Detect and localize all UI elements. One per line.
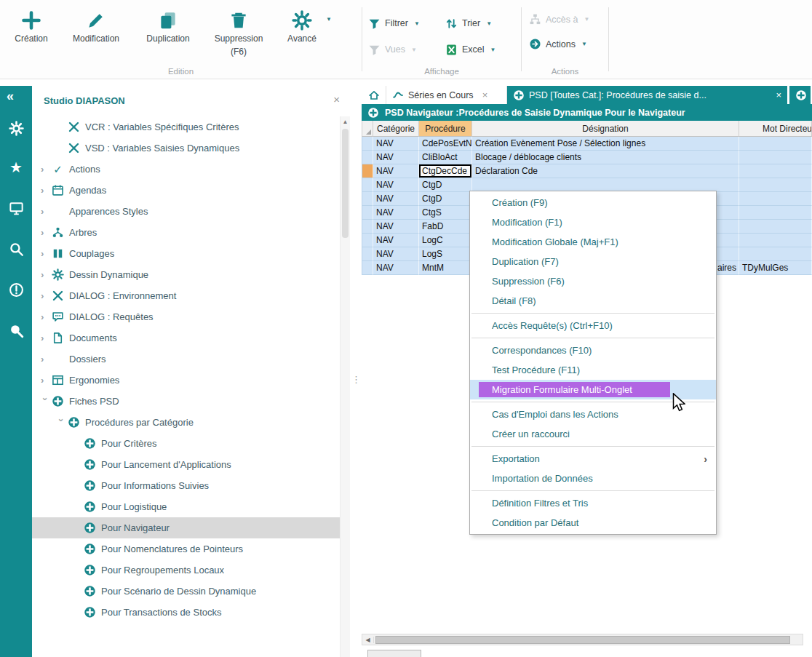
cell-mot-directeur[interactable] [739, 234, 812, 247]
column-header-procedure[interactable]: Procédure [419, 121, 472, 137]
horizontal-scrollbar[interactable]: ◀ [362, 634, 803, 645]
cell-categorie[interactable]: NAV [373, 261, 419, 275]
filtrer-button[interactable]: Filtrer ▼ [368, 17, 445, 30]
cell-mot-directeur[interactable] [739, 247, 812, 261]
menu-item-modification[interactable]: Modification (F1) [470, 212, 716, 232]
chevron-right-icon[interactable]: › [41, 248, 52, 259]
chevron-right-icon[interactable]: › [41, 333, 52, 343]
cell-procedure[interactable]: CtgS [419, 206, 472, 220]
search-icon[interactable] [0, 242, 32, 260]
row-indicator[interactable] [362, 137, 373, 151]
tree-item-arbres[interactable]: ›Arbres [32, 222, 340, 243]
tab-partial[interactable] [789, 86, 811, 104]
row-indicator[interactable] [362, 178, 373, 192]
table-row-current[interactable]: NAVCtgDecCdeDéclaration Cde [362, 164, 812, 178]
cell-categorie[interactable]: NAV [373, 192, 419, 206]
cell-categorie[interactable]: NAV [373, 234, 419, 247]
scrollbar-thumb[interactable] [375, 636, 790, 644]
tree-item-couplages[interactable]: ›Couplages [32, 243, 340, 264]
cell-designation[interactable]: Déclaration Cde [472, 164, 739, 178]
chevron-right-icon[interactable]: › [41, 164, 52, 175]
tree-item-dossiers[interactable]: ›Dossiers [32, 349, 340, 370]
row-indicator[interactable] [362, 261, 373, 275]
menu-item-importation-de-donnees[interactable]: Importation de Données [470, 469, 716, 488]
creation-button[interactable]: Création [4, 7, 58, 57]
tab-series-en-cours[interactable]: Séries en Cours × [386, 86, 507, 104]
tree-item-vcr[interactable]: ›VCR : Variables Spécifiques Critères [32, 116, 340, 138]
cell-categorie[interactable]: NAV [373, 164, 419, 178]
column-header-categorie[interactable]: Catégorie [373, 121, 419, 137]
row-indicator[interactable] [362, 206, 373, 220]
tree-item-dialog-requetes[interactable]: ›DIALOG : Requêtes [32, 306, 340, 327]
cell-procedure[interactable]: CliBloAct [419, 151, 472, 164]
tab-psd-toutes-cat[interactable]: PSD [Toutes Cat.]: Procédures de saisie … [507, 86, 787, 104]
table-row[interactable]: NAVCliBloActBlocage / déblocage clients [362, 151, 812, 164]
chevron-right-icon[interactable]: › [41, 269, 52, 280]
row-indicator[interactable] [362, 220, 373, 234]
chevron-right-icon[interactable]: › [41, 185, 52, 196]
current-row-indicator[interactable] [362, 164, 373, 178]
cell-procedure[interactable]: CtgD [419, 178, 472, 192]
menu-item-correspondances[interactable]: Correspondances (F10) [470, 341, 716, 360]
favorites-icon[interactable]: ★ [0, 160, 32, 175]
avance-button[interactable]: Avancé ▼ [275, 7, 329, 57]
cell-mot-directeur[interactable] [739, 178, 812, 192]
cell-mot-directeur[interactable] [739, 220, 812, 234]
chevron-right-icon[interactable]: › [41, 227, 52, 238]
vertical-scrollbar[interactable]: ▲ [340, 116, 350, 657]
table-row[interactable]: NAVCdePosEvtNCréation Evènement Pose / S… [362, 137, 812, 151]
tab-home[interactable] [362, 86, 386, 104]
tree-item-pour-informations[interactable]: ›Pour Informations Suivies [32, 475, 340, 496]
cell-mot-directeur[interactable]: TDyMulGes [739, 261, 812, 275]
tree-item-dessin-dynamique[interactable]: ›Dessin Dynamique [32, 264, 340, 285]
tree-item-pour-lancement[interactable]: ›Pour Lancement d'Applications [32, 454, 340, 475]
tree-item-pour-navigateur[interactable]: ›Pour Navigateur [32, 517, 340, 538]
column-header-mot-directeur[interactable]: Mot Directeur [739, 121, 812, 137]
chevron-right-icon[interactable]: › [41, 311, 52, 322]
menu-item-test-procedure[interactable]: Test Procédure (F11) [470, 360, 716, 380]
scrollbar-thumb[interactable] [342, 129, 349, 238]
row-indicator[interactable] [362, 192, 373, 206]
chevron-right-icon[interactable]: › [41, 354, 52, 365]
tree-item-ergonomies[interactable]: ›Ergonomies [32, 370, 340, 391]
cell-categorie[interactable]: NAV [373, 151, 419, 164]
cell-mot-directeur[interactable] [739, 137, 812, 151]
modification-button[interactable]: Modification [58, 7, 134, 57]
cell-categorie[interactable]: NAV [373, 178, 419, 192]
menu-item-acces-requetes[interactable]: Accès Requête(s) (Ctrl+F10) [470, 316, 716, 335]
menu-item-exportation[interactable]: Exportation› [470, 449, 716, 469]
tree-item-pour-transactions[interactable]: ›Pour Transactions de Stocks [32, 602, 340, 623]
cell-procedure[interactable]: CtgD [419, 192, 472, 206]
cell-procedure[interactable]: CdePosEvtN [419, 137, 472, 151]
duplication-button[interactable]: Duplication [134, 7, 202, 57]
cell-categorie[interactable]: NAV [373, 247, 419, 261]
column-header-designation[interactable]: Désignation [472, 121, 739, 137]
select-all-corner[interactable] [362, 121, 373, 137]
chevron-right-icon[interactable]: › [41, 375, 52, 386]
cell-categorie[interactable]: NAV [373, 137, 419, 151]
close-icon[interactable]: × [776, 89, 781, 100]
tree-item-dialog-environnement[interactable]: ›DIALOG : Environnement [32, 285, 340, 306]
cell-mot-directeur[interactable] [739, 151, 812, 164]
row-indicator[interactable] [362, 151, 373, 164]
cell-mot-directeur[interactable] [739, 164, 812, 178]
search-circle-icon[interactable] [0, 323, 32, 341]
row-indicator[interactable] [362, 234, 373, 247]
menu-item-definition-filtres-et-tris[interactable]: Définition Filtres et Tris [470, 493, 716, 513]
tree-item-vsd[interactable]: ›VSD : Variables Saisies Dynamiques [32, 138, 340, 159]
tree-item-apparences-styles[interactable]: ›Apparences Styles [32, 201, 340, 222]
menu-item-detail[interactable]: Détail (F8) [470, 291, 716, 311]
tree-item-agendas[interactable]: ›Agendas [32, 180, 340, 201]
menu-item-duplication[interactable]: Duplication (F7) [470, 252, 716, 271]
cell-mot-directeur[interactable] [739, 192, 812, 206]
suppression-button[interactable]: Suppression (F6) [202, 7, 275, 57]
alert-icon[interactable] [0, 282, 32, 300]
settings-icon[interactable] [0, 121, 32, 139]
cell-procedure[interactable]: LogC [419, 234, 472, 247]
tree-item-pour-regroupements[interactable]: ›Pour Regroupements Locaux [32, 560, 340, 581]
tree-item-pour-nomenclatures[interactable]: ›Pour Nomenclatures de Pointeurs [32, 538, 340, 560]
row-indicator[interactable] [362, 247, 373, 261]
menu-item-creation[interactable]: Création (F9) [470, 193, 716, 212]
cell-procedure[interactable]: FabD [419, 220, 472, 234]
chevron-down-icon[interactable]: › [56, 418, 67, 429]
